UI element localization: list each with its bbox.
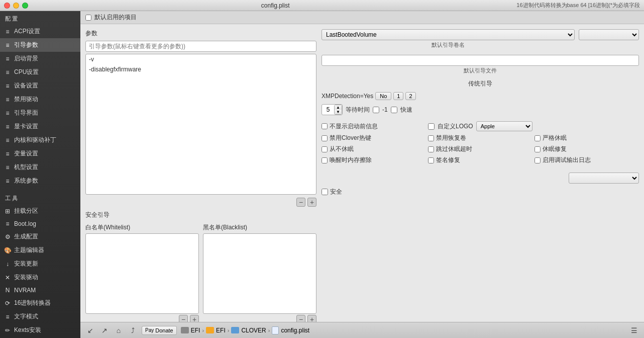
sidebar-item-boot-bg[interactable]: ≡ 启动背景 (0, 52, 80, 65)
sidebar-item-smbios[interactable]: ≡ 机型设置 (0, 160, 80, 174)
sidebar-item-kernel[interactable]: ≡ 内核和驱动补丁 (0, 133, 80, 147)
maximize-button[interactable] (22, 3, 28, 9)
minus-one-checkbox[interactable] (373, 107, 379, 113)
share-icon[interactable]: ⤴ (128, 325, 138, 335)
content-area: 默认启用的项目 参数 -v -disablegfxfirmware (80, 11, 644, 338)
sidebar-item-kexts[interactable]: ✏ Kexts安装 (0, 323, 80, 337)
boot-args-icon: ≡ (4, 42, 11, 49)
boot-file-input[interactable] (321, 55, 639, 66)
sidebar-item-sys-params[interactable]: ≡ 系统参数 (0, 174, 80, 188)
pay-icon: Pay (145, 327, 154, 333)
bootlog-icon: ≡ (4, 220, 11, 227)
sidebar-item-theme-editor-label: 主题编辑器 (14, 246, 44, 255)
no-startup-msg-checkbox[interactable] (321, 123, 328, 129)
blacklist-label: 黑名单(Blacklist) (203, 223, 316, 232)
sidebar-item-cpu[interactable]: ≡ CPU设置 (0, 65, 80, 79)
security-dropdown[interactable] (569, 173, 639, 184)
whitelist-remove-btn[interactable]: − (179, 315, 188, 322)
security-section: 安全引导 白名单(Whitelist) − + (85, 211, 316, 322)
xmp-2-btn[interactable]: 2 (405, 92, 415, 100)
secure-checkbox-row: 安全 (321, 188, 639, 196)
apple-logo-dropdown[interactable]: Apple (476, 121, 532, 131)
sys-params-icon: ≡ (4, 178, 11, 185)
blacklist-remove-btn[interactable]: − (296, 315, 305, 322)
minimize-button[interactable] (13, 3, 19, 9)
sidebar-item-bootlog[interactable]: ≡ Boot.log (0, 218, 80, 230)
whitelist-controls: − + (85, 315, 199, 322)
sidebar-item-nvram[interactable]: N NVRAM (0, 284, 80, 296)
sidebar-item-text-mode[interactable]: ≡ 文字模式 (0, 310, 80, 323)
sidebar-item-graphics[interactable]: ≡ 显卡设置 (0, 120, 80, 133)
blacklist-add-btn[interactable]: + (307, 315, 316, 322)
text-mode-icon: ≡ (4, 313, 11, 320)
breadcrumb-clover: CLOVER (231, 327, 266, 334)
custom-logo-checkbox[interactable] (428, 123, 435, 130)
sidebar-item-variables[interactable]: ≡ 变量设置 (0, 147, 80, 160)
timeout-stepper[interactable]: ▲ ▼ (334, 105, 342, 115)
sidebar-item-mount[interactable]: ⊞ 挂载分区 (0, 204, 80, 218)
titlebar: config.plist 16进制代码将转换为base 64 [16进制](*为… (0, 0, 644, 11)
timeout-up-btn[interactable]: ▲ (335, 105, 342, 110)
list-item[interactable]: -v (86, 54, 316, 64)
efi-folder-icon (206, 327, 214, 333)
params-remove-btn[interactable]: − (296, 198, 305, 207)
blacklist-area[interactable] (203, 233, 316, 314)
xmp-no-btn[interactable]: No (375, 92, 391, 100)
sidebar-item-install-driver-label: 安装驱动 (14, 273, 38, 282)
secure-checkbox[interactable] (321, 189, 328, 195)
close-button[interactable] (4, 3, 10, 9)
sidebar-item-install-update[interactable]: ↓ 安装更新 (0, 257, 80, 271)
sign-repair-checkbox[interactable] (428, 157, 434, 163)
no-sleep-checkbox[interactable] (321, 146, 328, 152)
sidebar-item-kexts-label: Kexts安装 (14, 326, 41, 334)
boot-volume-dropdown[interactable]: LastBootedVolume (321, 29, 575, 40)
whitelist-add-btn[interactable]: + (190, 315, 199, 322)
scroll-content: 参数 -v -disablegfxfirmware − + (80, 24, 644, 322)
params-section-label: 参数 (85, 29, 316, 38)
content-topbar: 默认启用的项目 (80, 11, 644, 24)
debug-log-checkbox[interactable] (534, 157, 541, 163)
secondary-dropdown[interactable] (579, 29, 639, 40)
sidebar-item-disable-driver[interactable]: ≡ 禁用驱动 (0, 93, 80, 106)
no-restore-checkbox[interactable] (428, 135, 434, 141)
params-list[interactable]: -v -disablegfxfirmware (85, 54, 316, 195)
fast-checkbox[interactable] (391, 107, 397, 113)
graphics-icon: ≡ (4, 123, 11, 130)
whitelist-box: 白名单(Whitelist) − + (85, 223, 199, 322)
right-dropdowns: LastBootedVolume 默认引导卷名 (321, 29, 639, 49)
whitelist-area[interactable] (85, 233, 199, 314)
skip-hibernate-checkbox[interactable] (428, 146, 434, 152)
sidebar-item-theme-editor[interactable]: 🎨 主题编辑器 (0, 243, 80, 257)
sleep-repair-checkbox[interactable] (534, 146, 541, 152)
list-item[interactable]: -disablegfxfirmware (86, 64, 316, 74)
params-add-btn[interactable]: + (307, 198, 316, 207)
donate-button[interactable]: Pay Donate (142, 326, 177, 335)
menu-icon[interactable]: ☰ (629, 325, 639, 335)
home-icon[interactable]: ⌂ (114, 325, 124, 335)
sidebar-item-boot-ui[interactable]: ≡ 引导界面 (0, 106, 80, 120)
variables-icon: ≡ (4, 150, 11, 157)
sidebar-item-boot-args[interactable]: ≡ 引导参数 (0, 38, 80, 52)
sidebar-item-install-driver[interactable]: ✕ 安装驱动 (0, 271, 80, 284)
sidebar-item-hex-conv[interactable]: ⟳ 16进制转换器 (0, 296, 80, 310)
clear-mem-row: 唤醒时内存擦除 (321, 156, 426, 164)
strict-hibernate-checkbox[interactable] (534, 135, 541, 141)
sidebar-item-acpi[interactable]: ≡ ACPI设置 (0, 25, 80, 38)
breadcrumb-efi: EFI (206, 327, 226, 334)
clear-mem-checkbox[interactable] (321, 157, 328, 163)
hex-conv-icon: ⟳ (4, 300, 11, 307)
params-text-input[interactable] (85, 41, 316, 52)
left-action-1-icon[interactable]: ↙ (85, 325, 95, 335)
sidebar-item-nvram-label: NVRAM (14, 287, 36, 294)
sidebar-item-device[interactable]: ≡ 设备设置 (0, 79, 80, 93)
timeout-down-btn[interactable]: ▼ (335, 110, 342, 114)
default-enable-checkbox[interactable] (85, 15, 91, 21)
sidebar-item-gen-config[interactable]: ⚙ 生成配置 (0, 230, 80, 243)
apple-placeholder (534, 121, 639, 131)
left-action-2-icon[interactable]: ↗ (99, 325, 110, 335)
checkboxes-grid: 不显示启动前信息 自定义LOGO Apple (321, 121, 639, 164)
xmp-1-btn[interactable]: 1 (393, 92, 403, 100)
no-clover-hotkeys-checkbox[interactable] (321, 135, 328, 141)
sidebar-item-graphics-label: 显卡设置 (14, 122, 38, 131)
secure-label: 安全 (330, 188, 342, 196)
